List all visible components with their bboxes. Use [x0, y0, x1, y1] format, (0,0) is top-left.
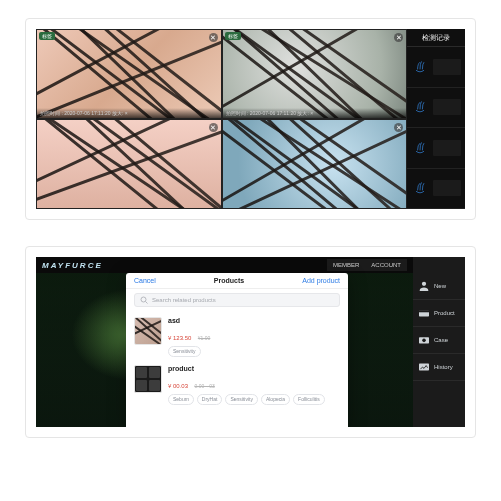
product-app-window: MAYFURCE MEMBER ACCOUNT Cancel Products … — [36, 257, 465, 427]
product-price: ¥ 00.03 — [168, 383, 188, 389]
product-row[interactable]: product ¥ 00.03 0.00→03 Sebum DryHat Sen… — [134, 361, 340, 409]
main-area: MAYFURCE MEMBER ACCOUNT Cancel Products … — [36, 257, 413, 427]
product-name: product — [168, 365, 325, 372]
product-name: asd — [168, 317, 210, 324]
follicle-icon — [407, 128, 433, 168]
tag-badge: 标签 — [39, 32, 55, 40]
image-meta: 拍照时间 : 2020-07-06 17:11:20 放大: × — [223, 108, 407, 118]
nav-item-case[interactable]: Case — [413, 327, 465, 354]
search-input[interactable]: Search related products — [134, 293, 340, 307]
close-icon[interactable]: ✕ — [394, 33, 403, 42]
cancel-button[interactable]: Cancel — [134, 277, 156, 284]
record-button[interactable] — [433, 59, 461, 75]
record-button[interactable] — [433, 99, 461, 115]
tag-badge: 标签 — [225, 32, 241, 40]
tab-member[interactable]: MEMBER — [327, 259, 365, 271]
tag[interactable]: Sensitivity — [225, 394, 258, 405]
nav-item-history[interactable]: History — [413, 354, 465, 381]
close-icon[interactable]: ✕ — [394, 123, 403, 132]
nav-label: Product — [434, 310, 455, 316]
nav-label: New — [434, 283, 446, 289]
close-icon[interactable]: ✕ — [209, 33, 218, 42]
image-tile[interactable]: 标签 ✕ 拍照时间 : 2020-07-06 17:11:20 放大: × — [36, 29, 222, 119]
product-list: asd ¥ 123.50 ¥1.00 Sensitivity — [126, 311, 348, 427]
product-price: ¥ 123.50 — [168, 335, 191, 341]
record-row[interactable] — [407, 128, 465, 169]
sidebar-title: 检测记录 — [407, 29, 465, 47]
nav-label: History — [434, 364, 453, 370]
image-tile[interactable]: ✕ — [36, 119, 222, 209]
follicle-icon — [407, 88, 433, 128]
svg-point-5 — [422, 339, 426, 343]
image-tile[interactable]: ✕ — [222, 119, 408, 209]
right-nav: New Product Case History — [413, 257, 465, 427]
tag[interactable]: Alopecia — [261, 394, 290, 405]
tab-account[interactable]: ACCOUNT — [365, 259, 407, 271]
svg-line-1 — [146, 302, 148, 304]
modal-header: Cancel Products Add product — [126, 273, 348, 289]
search-placeholder: Search related products — [152, 297, 216, 303]
product-tags: Sensitivity — [168, 346, 210, 357]
search-icon — [140, 296, 148, 304]
screenshot-card-1: 标签 ✕ 拍照时间 : 2020-07-06 17:11:20 放大: × 标签 — [25, 18, 476, 220]
image-grid: 标签 ✕ 拍照时间 : 2020-07-06 17:11:20 放大: × 标签 — [36, 29, 407, 209]
user-icon — [418, 281, 430, 291]
record-row[interactable] — [407, 88, 465, 129]
record-button[interactable] — [433, 140, 461, 156]
top-tabs: MEMBER ACCOUNT — [327, 259, 407, 271]
modal-title: Products — [214, 277, 244, 284]
product-thumb — [134, 365, 162, 393]
nav-label: Case — [434, 337, 448, 343]
close-icon[interactable]: ✕ — [209, 123, 218, 132]
product-tags: Sebum DryHat Sensitivity Alopecia Follic… — [168, 394, 325, 405]
top-bar: MAYFURCE MEMBER ACCOUNT — [36, 257, 413, 273]
tag[interactable]: DryHat — [197, 394, 223, 405]
product-old-price: ¥1.00 — [198, 335, 211, 341]
product-thumb — [134, 317, 162, 345]
record-button[interactable] — [433, 180, 461, 196]
tag[interactable]: Folliculitis — [293, 394, 325, 405]
screenshot-card-2: MAYFURCE MEMBER ACCOUNT Cancel Products … — [25, 246, 476, 438]
record-row[interactable] — [407, 169, 465, 210]
tag[interactable]: Sebum — [168, 394, 194, 405]
svg-point-0 — [141, 297, 146, 302]
follicle-icon — [407, 47, 433, 87]
products-modal: Cancel Products Add product Search relat… — [126, 273, 348, 427]
product-row[interactable]: asd ¥ 123.50 ¥1.00 Sensitivity — [134, 313, 340, 361]
image-meta: 拍照时间 : 2020-07-06 17:11:20 放大: × — [37, 108, 221, 118]
analysis-app-window: 标签 ✕ 拍照时间 : 2020-07-06 17:11:20 放大: × 标签 — [36, 29, 465, 209]
tag[interactable]: Sensitivity — [168, 346, 201, 357]
box-icon — [418, 308, 430, 318]
nav-item-product[interactable]: Product — [413, 300, 465, 327]
record-row[interactable] — [407, 47, 465, 88]
image-tile[interactable]: 标签 ✕ 拍照时间 : 2020-07-06 17:11:20 放大: × — [222, 29, 408, 119]
follicle-icon — [407, 169, 433, 209]
image-icon — [418, 362, 430, 372]
add-product-button[interactable]: Add product — [302, 277, 340, 284]
brand-logo: MAYFURCE — [42, 261, 103, 270]
nav-item-new[interactable]: New — [413, 273, 465, 300]
product-old-price: 0.00→03 — [194, 383, 214, 389]
svg-rect-3 — [419, 310, 429, 312]
records-sidebar: 检测记录 — [407, 29, 465, 209]
camera-icon — [418, 335, 430, 345]
